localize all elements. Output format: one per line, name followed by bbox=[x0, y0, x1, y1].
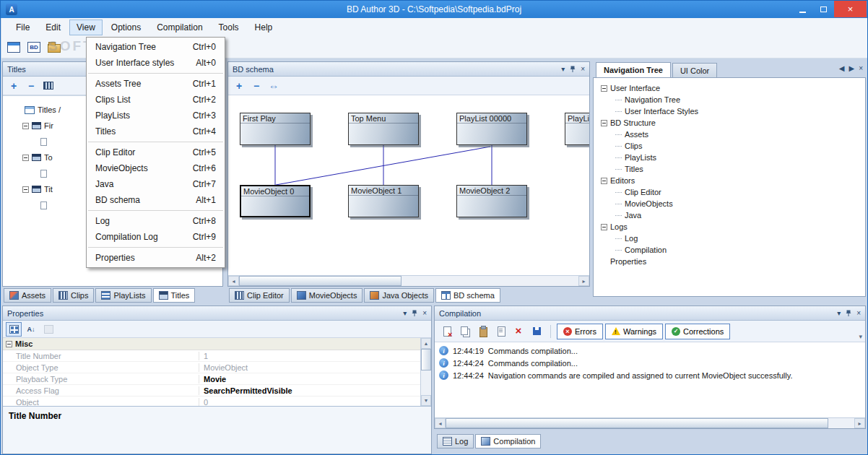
toolbar-overflow-icon[interactable]: ▾ bbox=[859, 334, 862, 340]
bd-schema-header[interactable]: BD schema ▾ × bbox=[228, 62, 589, 77]
compilation-hscrollbar[interactable]: ◂ ▸ bbox=[435, 417, 865, 428]
scroll-right-icon[interactable]: ▸ bbox=[578, 276, 589, 286]
tab-movieobjects[interactable]: MovieObjects bbox=[291, 288, 363, 303]
scrollbar-thumb[interactable] bbox=[239, 276, 402, 286]
pin-icon[interactable] bbox=[412, 310, 417, 317]
scroll-left-icon[interactable]: ◂ bbox=[228, 276, 239, 286]
zoom-in-button[interactable]: + bbox=[231, 79, 247, 93]
menu-item-navigation-tree[interactable]: Navigation TreeCtrl+0 bbox=[87, 39, 225, 55]
menu-item-clips-list[interactable]: Clips ListCtrl+2 bbox=[87, 92, 225, 108]
remove-title-button[interactable]: − bbox=[23, 79, 39, 93]
panel-menu-icon[interactable]: ▾ bbox=[403, 310, 407, 317]
tab-java-objects[interactable]: Java Objects bbox=[364, 288, 434, 303]
schema-box-top-menu[interactable]: Top Menu bbox=[348, 113, 419, 145]
menu-item-java[interactable]: JavaCtrl+7 bbox=[87, 176, 225, 192]
menu-item-bd-schema[interactable]: BD schemaAlt+1 bbox=[87, 192, 225, 208]
menu-item-playlists[interactable]: PlayListsCtrl+3 bbox=[87, 108, 225, 124]
scroll-left-icon[interactable]: ◂ bbox=[435, 418, 446, 428]
nav-node-log[interactable]: Log bbox=[594, 233, 865, 244]
nav-node-compilation[interactable]: Compilation bbox=[594, 244, 865, 256]
close-button[interactable]: × bbox=[834, 1, 867, 17]
property-value[interactable]: 0 bbox=[199, 398, 208, 407]
tab-assets[interactable]: Assets bbox=[4, 288, 51, 303]
errors-toggle-button[interactable]: Errors bbox=[557, 324, 603, 339]
panel-menu-icon[interactable]: ▾ bbox=[837, 310, 841, 317]
property-pages-button[interactable] bbox=[40, 322, 56, 337]
properties-header[interactable]: Properties ▾ × bbox=[3, 306, 431, 321]
scroll-up-icon[interactable]: ▲ bbox=[421, 338, 431, 349]
menu-file[interactable]: File bbox=[9, 20, 37, 35]
zoom-out-button[interactable]: − bbox=[248, 79, 264, 93]
menu-edit[interactable]: Edit bbox=[38, 20, 68, 35]
collapse-expander-icon[interactable] bbox=[601, 178, 607, 184]
tab-log[interactable]: Log bbox=[437, 434, 474, 448]
menu-view[interactable]: View bbox=[69, 20, 103, 35]
nav-node-clips[interactable]: Clips bbox=[594, 140, 865, 152]
menu-item-log[interactable]: LogCtrl+8 bbox=[87, 213, 225, 229]
nav-node-titles[interactable]: Titles bbox=[594, 163, 865, 175]
nav-node-navigation-tree[interactable]: Navigation Tree bbox=[594, 94, 865, 105]
schema-box-movieobject-2[interactable]: MovieObject 2 bbox=[456, 185, 527, 217]
new-project-button[interactable] bbox=[6, 40, 22, 56]
schema-canvas[interactable]: First Play Top Menu PlayList 00000 PlayL… bbox=[228, 95, 589, 275]
schema-box-playlist-00000[interactable]: PlayList 00000 bbox=[456, 113, 527, 145]
schema-hscrollbar[interactable]: ◂ ▸ bbox=[228, 275, 589, 286]
collapse-expander-icon[interactable] bbox=[601, 85, 607, 92]
alphabetical-button[interactable] bbox=[23, 322, 39, 337]
paste-button[interactable] bbox=[474, 324, 490, 339]
scroll-right-icon[interactable]: ▸ bbox=[854, 418, 865, 428]
menu-item-movieobjects[interactable]: MovieObjectsCtrl+6 bbox=[87, 160, 225, 176]
tab-navigation-tree[interactable]: Navigation Tree bbox=[596, 62, 671, 77]
export-log-button[interactable] bbox=[438, 324, 454, 339]
nav-node-movieobjects[interactable]: MovieObjects bbox=[594, 198, 865, 209]
category-row-misc[interactable]: Misc bbox=[3, 338, 431, 350]
log-entry[interactable]: 12:44:24 Commands compilation... bbox=[435, 357, 865, 369]
report-button[interactable] bbox=[492, 324, 508, 339]
menu-tools[interactable]: Tools bbox=[212, 20, 246, 35]
scroll-down-icon[interactable]: ▼ bbox=[421, 395, 431, 406]
menu-options[interactable]: Options bbox=[104, 20, 148, 35]
log-entry[interactable]: 12:44:24 Navigation commands are compile… bbox=[435, 369, 865, 381]
property-row-object[interactable]: Object 0 bbox=[3, 396, 431, 406]
add-title-button[interactable]: + bbox=[6, 79, 22, 93]
nav-node-java[interactable]: Java bbox=[594, 209, 865, 221]
menu-item-ui-styles[interactable]: User Interface stylesAlt+0 bbox=[87, 55, 225, 71]
collapse-expander-icon[interactable] bbox=[22, 123, 29, 129]
schema-box-first-play[interactable]: First Play bbox=[240, 113, 311, 145]
pin-icon[interactable] bbox=[570, 66, 576, 73]
tab-titles[interactable]: Titles bbox=[153, 288, 196, 303]
nav-node-playlists[interactable]: PlayLists bbox=[594, 152, 865, 163]
close-panel-icon[interactable]: × bbox=[581, 66, 585, 73]
nav-node-assets[interactable]: Assets bbox=[594, 129, 865, 140]
collapse-expander-icon[interactable] bbox=[22, 186, 29, 193]
log-entry[interactable]: 12:44:19 Commands compilation... bbox=[435, 344, 865, 357]
menu-help[interactable]: Help bbox=[248, 20, 280, 35]
tab-clips[interactable]: Clips bbox=[53, 288, 94, 303]
compilation-header[interactable]: Compilation ▾ × bbox=[435, 306, 865, 321]
nav-node-user-interface[interactable]: User Interface bbox=[594, 82, 865, 94]
properties-vscrollbar[interactable]: ▲ ▼ bbox=[420, 338, 431, 406]
property-value[interactable]: Movie bbox=[199, 375, 226, 384]
menu-item-compilation-log[interactable]: Compilation LogCtrl+9 bbox=[87, 229, 225, 245]
property-value[interactable]: SearchPermittedVisible bbox=[199, 386, 292, 395]
corrections-toggle-button[interactable]: Corrections bbox=[665, 324, 730, 339]
warnings-toggle-button[interactable]: Warnings bbox=[605, 324, 663, 339]
collapse-expander-icon[interactable] bbox=[601, 120, 607, 126]
property-value[interactable]: MovieObject bbox=[199, 363, 248, 372]
title-clip-button[interactable] bbox=[40, 79, 56, 93]
fit-width-button[interactable]: ⇔ bbox=[266, 79, 282, 93]
tab-bd-schema[interactable]: BD schema bbox=[435, 288, 500, 303]
property-row-title-number[interactable]: Title Number 1 bbox=[3, 350, 431, 362]
scroll-tabs-left-icon[interactable]: ◀ bbox=[839, 65, 845, 72]
collapse-expander-icon[interactable] bbox=[601, 224, 607, 230]
tab-playlists[interactable]: PlayLists bbox=[95, 288, 151, 303]
tab-clip-editor[interactable]: Clip Editor bbox=[229, 288, 290, 303]
scroll-tabs-right-icon[interactable]: ▶ bbox=[849, 65, 854, 72]
title-bar[interactable]: A BD Author 3D - C:\Softpedia\Softpedia.… bbox=[1, 1, 867, 18]
nav-node-bd-structure[interactable]: BD Structure bbox=[594, 117, 865, 129]
close-panel-icon[interactable]: × bbox=[422, 310, 427, 317]
menu-item-properties[interactable]: PropertiesAlt+2 bbox=[87, 250, 225, 266]
panel-menu-icon[interactable]: ▾ bbox=[561, 66, 565, 73]
bd-project-button[interactable]: BD bbox=[26, 40, 42, 56]
collapse-expander-icon[interactable] bbox=[22, 155, 29, 161]
